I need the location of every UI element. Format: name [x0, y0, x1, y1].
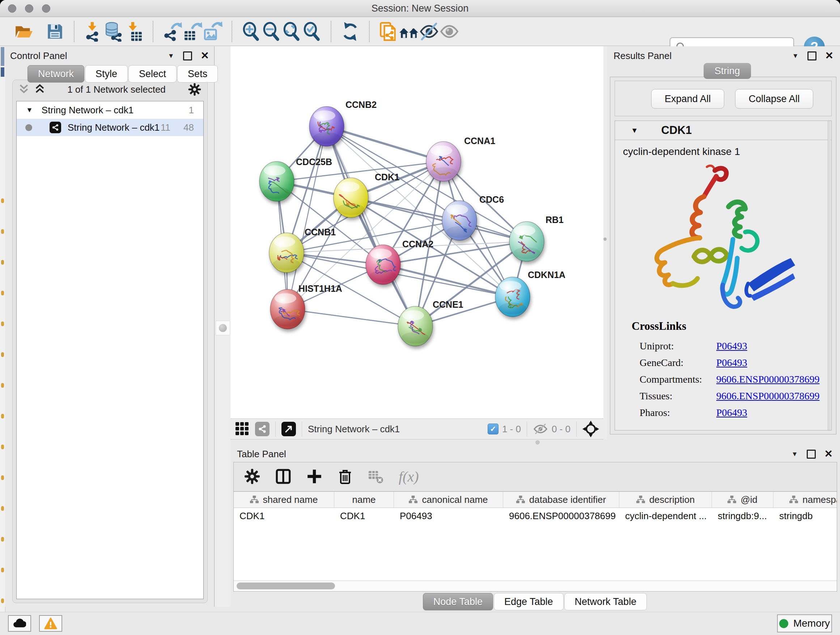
share-icon[interactable]	[255, 422, 270, 436]
panel-menu-icon[interactable]: ▼	[792, 52, 799, 60]
crosslink-link[interactable]: P06493	[716, 357, 747, 369]
export-network-icon[interactable]	[162, 21, 182, 42]
network-tree-root-row[interactable]: ▼ String Network – cdk1 1	[17, 101, 203, 119]
network-node-CCNA2[interactable]	[366, 245, 401, 285]
panel-float-icon[interactable]	[183, 51, 192, 60]
column-header-name[interactable]: name	[334, 492, 394, 508]
column-header-shared-name[interactable]: shared name	[234, 492, 334, 508]
node-label-HIST1H1A: HIST1H1A	[298, 283, 342, 294]
export-image-icon[interactable]	[202, 21, 223, 42]
collapse-all-button[interactable]: Collapse All	[735, 89, 813, 109]
collapse-all-icon[interactable]	[19, 84, 29, 95]
grid-icon[interactable]	[235, 421, 250, 437]
add-column-icon[interactable]	[306, 468, 323, 485]
panel-close-icon[interactable]: ✕	[824, 449, 833, 459]
document-share-icon[interactable]	[378, 21, 399, 42]
network-node-CDC25B[interactable]	[259, 162, 294, 201]
panel-menu-icon[interactable]: ▼	[168, 52, 174, 60]
checkbox-icon[interactable]: ✓	[488, 424, 499, 434]
panel-float-icon[interactable]	[807, 450, 816, 459]
column-header-@id[interactable]: @id	[712, 492, 774, 508]
panel-menu-icon[interactable]: ▼	[791, 450, 798, 458]
tab-network-table[interactable]: Network Table	[564, 593, 647, 610]
left-splitter[interactable]	[214, 46, 231, 607]
crosslink-link[interactable]: 9606.ENSP00000378699	[716, 390, 819, 402]
network-node-HIST1H1A[interactable]	[270, 289, 305, 329]
tab-select[interactable]: Select	[128, 65, 177, 82]
table-cell[interactable]: CDK1	[234, 508, 334, 524]
collapse-section-icon[interactable]: ▼	[631, 126, 638, 135]
refresh-icon[interactable]	[340, 21, 360, 42]
network-node-CCNE1[interactable]	[398, 306, 433, 346]
save-icon[interactable]	[45, 21, 65, 42]
gene-section-header[interactable]: ▼ CDK1	[615, 121, 831, 140]
delete-icon[interactable]	[337, 468, 353, 485]
table-cell[interactable]: 9606.ENSP00000378699	[503, 508, 619, 524]
crosslink-link[interactable]: 9606.ENSP00000378699	[716, 374, 819, 385]
tab-style[interactable]: Style	[85, 65, 128, 82]
zoom-in-icon[interactable]	[241, 21, 261, 42]
table-cell[interactable]: stringdb:9...	[712, 508, 774, 524]
horizontal-splitter[interactable]	[231, 440, 840, 445]
node-label-CCNA2: CCNA2	[402, 239, 433, 249]
horizontal-scrollbar[interactable]	[234, 581, 837, 591]
network-node-CCNB2[interactable]	[309, 106, 344, 146]
export-table-icon[interactable]	[182, 21, 202, 42]
tab-network[interactable]: Network	[27, 65, 84, 82]
network-canvas[interactable]: CCNB2CCNA1CDC25BCDK1CDC6RB1CCNB1CCNA2CDK…	[231, 46, 603, 418]
import-table-icon[interactable]	[124, 21, 144, 42]
panel-close-icon[interactable]: ✕	[201, 51, 209, 61]
table-cell[interactable]: cyclin-dependent ...	[619, 508, 712, 524]
network-node-CDK1[interactable]	[333, 178, 368, 218]
column-header-description[interactable]: description	[619, 492, 712, 508]
panel-close-icon[interactable]: ✕	[825, 51, 834, 61]
column-header-database-identifier[interactable]: database identifier	[503, 492, 619, 508]
edge-CCNB2-HIST1H1A[interactable]	[287, 126, 327, 309]
eye-icon[interactable]	[439, 21, 459, 42]
tab-string[interactable]: String	[704, 63, 751, 79]
splitter-handle[interactable]	[216, 321, 230, 335]
crosslink-link[interactable]: P06493	[716, 407, 747, 418]
import-network-icon[interactable]	[83, 21, 103, 42]
network-node-RB1[interactable]	[509, 222, 544, 261]
edge-CCNB2-CCNA1[interactable]	[327, 126, 444, 162]
tab-sets[interactable]: Sets	[177, 65, 218, 82]
crosshair-icon[interactable]	[583, 421, 599, 437]
memory-button[interactable]: Memory	[777, 614, 832, 632]
scrollbar-thumb[interactable]	[237, 583, 335, 589]
network-node-CDKN1A[interactable]	[495, 277, 530, 317]
column-header-canonical-name[interactable]: canonical name	[394, 492, 503, 508]
zoom-fit-icon[interactable]	[281, 21, 302, 42]
tree-collapse-icon[interactable]: ▼	[26, 106, 33, 114]
warning-button[interactable]	[39, 615, 62, 632]
homes-icon[interactable]	[399, 21, 419, 42]
import-database-icon[interactable]	[103, 21, 124, 42]
edge-CCNB2-CCNE1[interactable]	[327, 126, 415, 326]
gear-icon[interactable]	[244, 468, 261, 485]
zoom-selected-icon[interactable]	[302, 21, 322, 42]
table-cell[interactable]: stringdb	[774, 508, 837, 524]
network-node-CDC6[interactable]	[442, 201, 477, 241]
open-folder-icon[interactable]	[14, 21, 34, 42]
right-splitter[interactable]	[603, 46, 607, 440]
column-header-namespace[interactable]: namespace	[774, 492, 837, 508]
cloud-button[interactable]	[8, 615, 31, 632]
tab-edge-table[interactable]: Edge Table	[494, 593, 564, 610]
expand-all-button[interactable]: Expand All	[651, 89, 724, 109]
zoom-out-icon[interactable]	[261, 21, 281, 42]
edge-HIST1H1A-CCNE1[interactable]	[287, 309, 415, 326]
crosslink-link[interactable]: P06493	[716, 340, 747, 352]
tab-node-table[interactable]: Node Table	[423, 593, 493, 610]
open-external-icon[interactable]	[281, 422, 296, 436]
network-tree-child-row[interactable]: String Network – cdk1 11 48	[17, 119, 203, 136]
expand-all-icon[interactable]	[34, 84, 45, 95]
results-scrollbar[interactable]	[828, 121, 831, 430]
table-cell[interactable]: P06493	[394, 508, 503, 524]
gear-icon[interactable]	[188, 82, 202, 96]
network-node-CCNB1[interactable]	[269, 233, 304, 272]
panel-float-icon[interactable]	[807, 51, 816, 60]
table-cell[interactable]: CDK1	[334, 508, 394, 524]
network-node-CCNA1[interactable]	[426, 141, 461, 181]
eye-slash-icon[interactable]	[419, 21, 439, 42]
columns-icon[interactable]	[275, 468, 292, 485]
